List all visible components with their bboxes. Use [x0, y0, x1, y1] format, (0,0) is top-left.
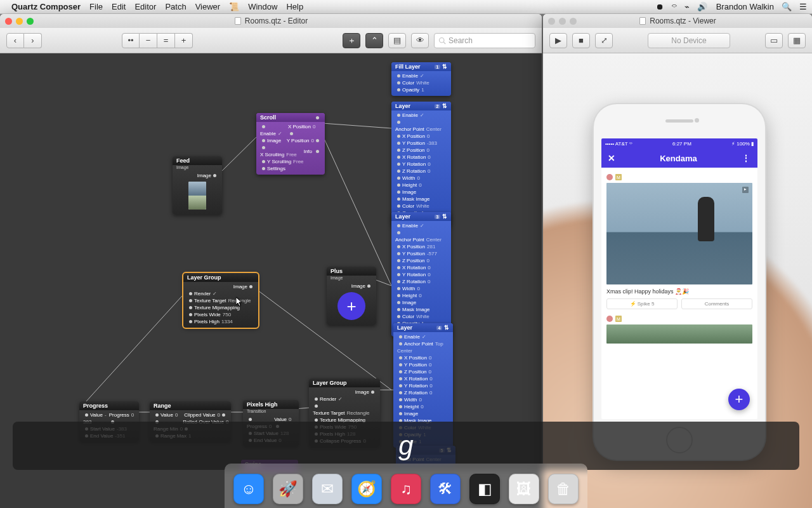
port-row[interactable]: Y ScrollingFree [259, 158, 322, 165]
input-port[interactable] [397, 273, 400, 276]
dock-launchpad[interactable]: 🚀 [273, 474, 303, 504]
output-port[interactable] [371, 391, 374, 394]
nav-forward-button[interactable]: › [24, 33, 42, 48]
input-port[interactable] [399, 391, 402, 394]
port-row[interactable]: Width0 [394, 175, 449, 182]
port-row[interactable]: Texture TargetRectangle [186, 297, 256, 304]
output-port[interactable] [367, 284, 370, 288]
stop-button[interactable]: ■ [572, 33, 590, 48]
port-row[interactable]: Y Rotation0 [394, 271, 449, 278]
port-row[interactable]: Z Position0 [394, 257, 449, 264]
patch-layer-group-selected[interactable]: Layer Group ImageRender✓Texture TargetRe… [183, 273, 258, 328]
device-selector[interactable]: No Device [648, 33, 730, 48]
viewer-button[interactable]: 👁 [411, 33, 429, 48]
wifi-icon[interactable]: ⌔ [672, 2, 677, 11]
port-row[interactable]: Pixels Wide750 [186, 311, 256, 318]
port-row[interactable]: ColorWhite [394, 79, 449, 86]
input-port[interactable] [397, 301, 400, 304]
input-port[interactable] [249, 418, 252, 421]
user-menu[interactable]: Brandon Walkin [716, 2, 774, 11]
port-row[interactable]: X ScrollingFreeInfo [259, 144, 322, 158]
input-port[interactable] [399, 405, 402, 408]
input-port[interactable] [397, 294, 400, 297]
port-row[interactable]: Opacity1 [394, 86, 449, 93]
grid-button[interactable]: ▦ [788, 33, 806, 48]
port-row[interactable]: Render✓ [311, 396, 377, 403]
port-row[interactable]: Anchor PointCenter [394, 119, 449, 133]
input-port[interactable] [397, 315, 400, 318]
input-port[interactable] [399, 356, 402, 359]
port-row[interactable]: Enable✓ [394, 72, 449, 79]
input-port[interactable] [397, 231, 400, 234]
input-port[interactable] [399, 384, 402, 387]
port-row[interactable]: Enable✓ [394, 112, 449, 119]
port-row[interactable]: X Rotation0 [394, 264, 449, 271]
nav-back-button[interactable]: ‹ [6, 33, 24, 48]
phone-screen[interactable]: ••••• AT&T ⌔ 6:27 PM ⚡︎ 100% ▮ ✕ Kendama… [601, 138, 757, 419]
port-row[interactable]: Y Rotation0 [394, 161, 449, 168]
aspect-button[interactable]: ▭ [765, 33, 783, 48]
avatar[interactable] [606, 174, 613, 180]
parameters-button[interactable]: ▤ [388, 33, 406, 48]
dock-safari[interactable]: 🧭 [351, 474, 382, 504]
menu-patch[interactable]: Patch [165, 2, 186, 11]
menu-window[interactable]: Window [248, 2, 277, 11]
compose-fab[interactable]: + [728, 389, 750, 410]
input-port[interactable] [397, 287, 400, 290]
input-port[interactable] [397, 74, 400, 77]
input-port[interactable] [397, 190, 400, 194]
input-port[interactable] [262, 146, 265, 149]
port-row[interactable]: ImageY Position0 [259, 137, 322, 144]
port-row[interactable]: Y Position-577 [394, 250, 449, 257]
port-row[interactable]: Width0 [394, 285, 449, 292]
port-row[interactable]: Image [396, 410, 450, 417]
patch-menu-icon[interactable] [316, 116, 319, 119]
input-port[interactable] [397, 135, 400, 138]
search-field[interactable]: Search [434, 33, 535, 48]
input-port[interactable] [397, 204, 400, 208]
input-port[interactable] [399, 398, 402, 401]
input-port[interactable] [85, 413, 88, 417]
comments-button[interactable]: Comments [681, 298, 752, 309]
patch-fill-layer[interactable]: Fill Layer1 ⇅ Enable✓ColorWhiteOpacity1 [391, 62, 451, 96]
port-row[interactable]: Texture Mipmapping [186, 304, 256, 311]
input-port[interactable] [397, 252, 400, 255]
input-port[interactable] [189, 299, 192, 302]
input-port[interactable] [397, 259, 400, 262]
patch-plus[interactable]: Plus Image Image + [327, 267, 376, 325]
input-port[interactable] [315, 404, 318, 408]
input-port[interactable] [262, 160, 265, 163]
input-port[interactable] [397, 266, 400, 269]
port-row[interactable]: Z Rotation0 [396, 389, 450, 396]
input-port[interactable] [399, 412, 402, 415]
output-port[interactable] [316, 150, 319, 153]
input-port[interactable] [397, 163, 400, 166]
output-port[interactable] [290, 132, 293, 135]
input-port[interactable] [399, 377, 402, 380]
fullscreen-button[interactable]: ⤢ [595, 33, 613, 48]
close-button[interactable] [5, 18, 12, 25]
dock-itunes[interactable]: ♫ [391, 474, 421, 504]
parent-button[interactable]: ⌃ [365, 33, 383, 48]
zoom-out-button[interactable]: − [140, 33, 157, 48]
zoom-fit-button[interactable]: •• [122, 33, 140, 48]
volume-icon[interactable]: 🔊 [697, 2, 707, 11]
port-row[interactable]: X Rotation0 [396, 375, 450, 382]
spotlight-icon[interactable]: 🔍 [782, 2, 792, 11]
patch-layer-2[interactable]: Layer2 ⇅ Enable✓Anchor PointCenterX Posi… [391, 102, 451, 226]
input-port[interactable] [399, 363, 402, 366]
input-port[interactable] [397, 224, 400, 227]
bluetooth-icon[interactable]: ⌁ [684, 2, 690, 11]
editor-titlebar[interactable]: Rooms.qtz - Editor [0, 14, 542, 28]
menu-edit[interactable]: Edit [112, 2, 126, 11]
port-row[interactable]: Height0 [394, 182, 449, 189]
input-port[interactable] [189, 313, 192, 316]
output-port[interactable] [249, 285, 252, 288]
zoom-in-button[interactable]: + [175, 33, 193, 48]
port-row[interactable]: Enable✓X Position0 [259, 123, 322, 137]
input-port[interactable] [397, 156, 400, 159]
port-row[interactable]: Width0 [396, 396, 450, 403]
input-port[interactable] [397, 121, 400, 124]
port-row[interactable]: Image [186, 283, 256, 290]
port-row[interactable]: Enable✓ [396, 333, 450, 340]
